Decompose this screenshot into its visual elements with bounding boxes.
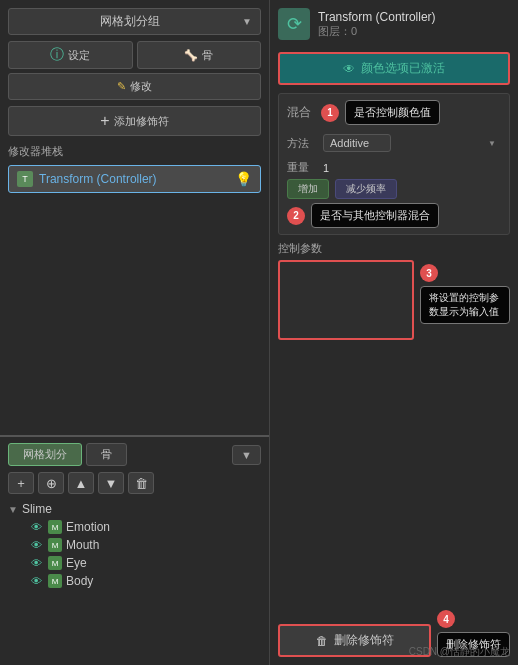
modify-icon: ✎	[117, 80, 126, 93]
color-active-button[interactable]: 👁 颜色选项已激活	[278, 52, 510, 85]
method-label: 方法	[287, 136, 315, 151]
tool-add-btn[interactable]: +	[8, 472, 34, 494]
color-active-label: 颜色选项已激活	[361, 60, 445, 77]
mixing-label: 混合	[287, 104, 315, 121]
mesh-group-title: 网格划分组	[17, 13, 242, 30]
add-modifier-button[interactable]: + 添加修饰符	[8, 106, 261, 136]
modify-button[interactable]: ✎ 修改	[8, 73, 261, 100]
mesh-icon-eye: M	[48, 556, 62, 570]
transform-type-icon: ⟳	[287, 13, 302, 35]
badge-3: 3	[420, 264, 438, 282]
right-panel: ⟳ Transform (Controller) 图层：0 👁 颜色选项已激活 …	[270, 0, 518, 665]
weight-label: 重量	[287, 160, 315, 175]
transform-name: Transform (Controller)	[318, 10, 436, 24]
tool-down-btn[interactable]: ▼	[98, 472, 124, 494]
settings-icon: ⓘ	[50, 46, 64, 64]
tool-delete-btn[interactable]: 🗑	[128, 472, 154, 494]
tree-item-mouth-name: Mouth	[66, 538, 99, 552]
tree-item-body-name: Body	[66, 574, 93, 588]
tree-arrow-slime: ▼	[8, 504, 18, 515]
weight-value: 1	[323, 162, 353, 174]
bone-button[interactable]: 🦴 骨	[137, 41, 262, 69]
tree-root-slime[interactable]: ▼ Slime	[8, 500, 261, 518]
mesh-icon-mouth: M	[48, 538, 62, 552]
settings-button[interactable]: ⓘ 设定	[8, 41, 133, 69]
mixing-row: 混合 1 是否控制颜色值	[287, 100, 501, 125]
mesh-group-header: 网格划分组 ▼	[8, 8, 261, 35]
annotation-2-row: 2 是否与其他控制器混合	[287, 203, 501, 228]
tree-item-eye[interactable]: 👁 M Eye	[8, 554, 261, 572]
eye-icon-mouth[interactable]: 👁	[28, 539, 44, 551]
tree-item-eye-name: Eye	[66, 556, 87, 570]
tree-item-emotion[interactable]: 👁 M Emotion	[8, 518, 261, 536]
left-top-section: 网格划分组 ▼ ⓘ 设定 🦴 骨 ✎ 修改 + 添加修饰符 修改器堆栈	[0, 0, 269, 435]
modifier-item-transform[interactable]: T Transform (Controller) 💡	[8, 165, 261, 193]
bone-label: 骨	[202, 48, 213, 63]
modifier-item-name: Transform (Controller)	[39, 172, 157, 186]
tab-dropdown[interactable]: ▼	[232, 445, 261, 465]
method-select[interactable]: Additive	[323, 134, 391, 152]
header-dropdown-arrow[interactable]: ▼	[242, 16, 252, 27]
tree-item-mouth[interactable]: 👁 M Mouth	[8, 536, 261, 554]
bulb-icon: 💡	[235, 171, 252, 187]
method-select-wrapper: Additive	[323, 134, 501, 152]
control-params-section: 3 将设置的控制参数显示为输入值	[278, 260, 510, 604]
weight-row: 重量 1	[287, 156, 501, 179]
tool-up-btn[interactable]: ▲	[68, 472, 94, 494]
badge3-annotation: 3 将设置的控制参数显示为输入值	[420, 260, 510, 324]
badge-2: 2	[287, 207, 305, 225]
blend-btn-inactive[interactable]: 减少频率	[335, 179, 397, 199]
transform-layer: 图层：0	[318, 24, 436, 39]
badge-1: 1	[321, 104, 339, 122]
bone-icon: 🦴	[184, 49, 198, 62]
left-panel: 网格划分组 ▼ ⓘ 设定 🦴 骨 ✎ 修改 + 添加修饰符 修改器堆栈	[0, 0, 270, 665]
color-eye-icon: 👁	[343, 62, 355, 76]
tree-item-emotion-name: Emotion	[66, 520, 110, 534]
add-icon: +	[100, 112, 109, 130]
blend-buttons-row: 增加 减少频率	[287, 179, 501, 199]
control-params-area	[278, 260, 414, 340]
delete-icon: 🗑	[316, 634, 328, 648]
transform-header: ⟳ Transform (Controller) 图层：0	[278, 8, 510, 44]
transform-title-block: Transform (Controller) 图层：0	[318, 10, 436, 39]
top-button-row: ⓘ 设定 🦴 骨	[8, 41, 261, 69]
mesh-icon-emotion: M	[48, 520, 62, 534]
tool-layer-btn[interactable]: ⊕	[38, 472, 64, 494]
transform-icon-box: ⟳	[278, 8, 310, 40]
annotation-3: 将设置的控制参数显示为输入值	[420, 286, 510, 324]
annotation-1: 是否控制颜色值	[345, 100, 440, 125]
blend-btn-active[interactable]: 增加	[287, 179, 329, 199]
tree-root-name: Slime	[22, 502, 52, 516]
mesh-toolbar: + ⊕ ▲ ▼ 🗑	[8, 472, 261, 494]
control-params-label: 控制参数	[278, 241, 510, 256]
bottom-tabs-row: 网格划分 骨 ▼	[8, 443, 261, 466]
eye-icon-eye[interactable]: 👁	[28, 557, 44, 569]
modifier-type-icon: T	[17, 171, 33, 187]
modify-label: 修改	[130, 79, 152, 94]
annotation-2: 是否与其他控制器混合	[311, 203, 439, 228]
eye-icon-body[interactable]: 👁	[28, 575, 44, 587]
watermark: CSDN @恬静的小魔龙	[409, 645, 510, 659]
tab-mesh[interactable]: 网格划分	[8, 443, 82, 466]
add-modifier-label: 添加修饰符	[114, 114, 169, 129]
method-row: 方法 Additive	[287, 130, 501, 156]
left-bottom-section: 网格划分 骨 ▼ + ⊕ ▲ ▼ 🗑 ▼ Slime 👁 M Emotion 👁	[0, 435, 269, 665]
delete-label: 删除修饰符	[334, 632, 394, 649]
badge-4: 4	[437, 610, 455, 628]
eye-icon-emotion[interactable]: 👁	[28, 521, 44, 533]
settings-label: 设定	[68, 48, 90, 63]
modifier-stack-label: 修改器堆栈	[8, 142, 261, 161]
mesh-tree: ▼ Slime 👁 M Emotion 👁 M Mouth 👁 M Eye 👁 …	[8, 500, 261, 590]
mesh-icon-body: M	[48, 574, 62, 588]
properties-container: 混合 1 是否控制颜色值 方法 Additive 重量 1 增加 减少频率 2	[278, 93, 510, 235]
tree-item-body[interactable]: 👁 M Body	[8, 572, 261, 590]
tab-bone[interactable]: 骨	[86, 443, 127, 466]
